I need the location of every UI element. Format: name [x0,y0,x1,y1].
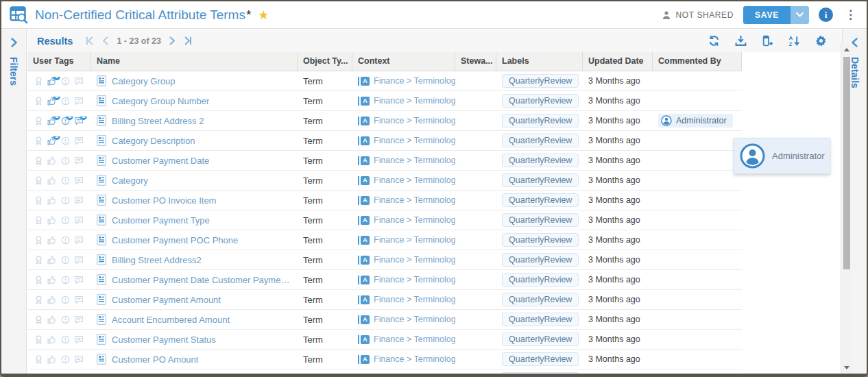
certification-ribbon-icon[interactable] [34,77,43,86]
issue-alert-icon[interactable] [61,176,70,185]
comment-icon[interactable] [74,77,84,86]
table-row[interactable]: Customer Payment Amount Term A Finance >… [27,290,742,310]
sort-icon[interactable]: AZ [788,35,800,47]
issue-alert-icon[interactable] [61,256,70,265]
label-chip[interactable]: QuarterlyReview [502,313,579,326]
issue-alert-icon[interactable] [61,156,70,165]
column-header-steward[interactable]: Stewa... [455,52,496,71]
comment-icon[interactable] [74,276,84,284]
context-link[interactable]: Finance > Terminology [374,136,455,145]
table-row[interactable]: Customer Payment POC Phone Term A Financ… [27,230,742,250]
column-header-name[interactable]: Name [91,52,298,71]
term-link[interactable]: Category Description [112,136,195,146]
label-chip[interactable]: QuarterlyReview [502,332,579,346]
table-row[interactable]: Customer Payment Status Term A Finance >… [27,330,742,350]
term-link[interactable]: Category [112,175,148,186]
term-link[interactable]: Category Group Number [112,96,209,106]
thumbs-up-icon[interactable]: 1 [47,77,57,86]
expand-details-chevron-icon[interactable] [852,38,858,50]
vertical-scrollbar[interactable] [841,43,852,374]
context-link[interactable]: Finance > Terminology [374,175,455,185]
context-link[interactable]: Finance > Terminology [374,156,455,165]
term-link[interactable]: Customer Payment Status [112,335,216,345]
label-chip[interactable]: QuarterlyReview [502,114,579,127]
comment-icon[interactable] [74,236,84,245]
thumbs-up-icon[interactable]: 1 [47,117,57,125]
table-row[interactable]: 1 Category Group Number Term A Finance >… [27,91,742,111]
context-link[interactable]: Finance > Terminology [374,275,455,284]
issue-alert-icon[interactable] [61,335,70,344]
issue-alert-icon[interactable]: 1 [61,117,70,125]
table-row[interactable]: Customer PO Amount Term A Finance > Term… [27,350,742,369]
term-link[interactable]: Customer Payment POC Phone [112,235,238,245]
thumbs-up-icon[interactable] [47,276,57,284]
table-row[interactable]: 1 Category Group Term A Finance > Termin… [27,71,742,91]
table-row[interactable]: Category Term A Finance > Terminology Qu… [27,171,742,191]
add-column-icon[interactable] [762,35,773,47]
issue-alert-icon[interactable] [61,295,70,304]
settings-gear-icon[interactable] [815,35,827,47]
certification-ribbon-icon[interactable] [34,97,43,106]
certification-ribbon-icon[interactable] [34,156,43,165]
table-row[interactable]: 1 Category Description Term A Finance > … [27,131,742,151]
thumbs-up-icon[interactable] [47,156,57,165]
term-link[interactable]: Customer Payment Date [112,156,209,166]
table-row[interactable]: Account Encumbered Amount Term A Finance… [27,310,742,330]
issue-alert-icon[interactable] [61,196,70,205]
context-link[interactable]: Finance > Terminology [374,255,455,265]
thumbs-up-icon[interactable] [47,176,57,185]
table-row[interactable]: Customer Payment Date Customer Payment .… [27,270,742,290]
certification-ribbon-icon[interactable] [34,136,43,145]
comment-icon[interactable] [74,136,84,145]
label-chip[interactable]: QuarterlyReview [502,94,579,108]
column-header-labels[interactable]: Labels [496,52,583,71]
column-header-updated-date[interactable]: Updated Date [583,52,653,71]
term-link[interactable]: Customer Payment Amount [112,295,221,305]
comment-icon[interactable] [74,156,84,165]
comment-icon[interactable]: 1 [74,117,84,125]
last-page-button[interactable] [184,36,193,45]
filters-panel-label[interactable]: Filters [8,57,19,86]
certification-ribbon-icon[interactable] [34,315,43,324]
label-chip[interactable]: QuarterlyReview [502,273,579,287]
term-link[interactable]: Customer PO Invoice Item [112,195,216,206]
issue-alert-icon[interactable] [61,77,70,86]
comment-icon[interactable] [74,256,84,265]
prev-page-button[interactable] [102,36,108,45]
table-row[interactable]: Customer Payment Type Term A Finance > T… [27,210,742,230]
thumbs-up-icon[interactable] [47,216,57,225]
expand-filters-chevron-icon[interactable] [11,38,17,50]
next-page-button[interactable] [169,36,176,45]
context-link[interactable]: Finance > Terminology [374,354,455,364]
label-chip[interactable]: QuarterlyReview [502,233,579,247]
label-chip[interactable]: QuarterlyReview [502,213,579,227]
label-chip[interactable]: QuarterlyReview [502,134,579,147]
thumbs-up-icon[interactable] [47,355,57,364]
comment-icon[interactable] [74,176,84,185]
table-row[interactable]: Customer PO Invoice Item Billing Str... … [27,369,742,374]
comment-icon[interactable] [74,355,84,364]
table-row[interactable]: 1 1 1 Billing Street Address 2 Term A Fi… [27,111,742,131]
issue-alert-icon[interactable] [61,355,70,364]
context-link[interactable]: Finance > Terminology [374,215,455,225]
term-link[interactable]: Customer PO Amount [112,354,198,365]
table-row[interactable]: Customer Payment Date Term A Finance > T… [27,151,742,171]
thumbs-up-icon[interactable] [47,335,57,344]
certification-ribbon-icon[interactable] [34,196,43,205]
label-chip[interactable]: QuarterlyReview [502,293,579,306]
column-header-user-tags[interactable]: User Tags [27,52,91,71]
certification-ribbon-icon[interactable] [34,295,43,304]
term-link[interactable]: Account Encumbered Amount [112,315,230,325]
issue-alert-icon[interactable] [61,216,70,225]
context-link[interactable]: Finance > Terminology [374,96,455,106]
certification-ribbon-icon[interactable] [34,176,43,185]
column-header-commented-by[interactable]: Commented By [653,52,742,71]
refresh-icon[interactable] [708,35,720,47]
kebab-menu-icon[interactable]: ⋮ [843,8,858,22]
thumbs-up-icon[interactable] [47,236,57,245]
thumbs-up-icon[interactable] [47,256,57,265]
comment-icon[interactable] [74,315,84,324]
table-row[interactable]: Billing Street Address2 Term A Finance >… [27,250,742,270]
comment-icon[interactable] [74,335,84,344]
term-link[interactable]: Customer Payment Date Customer Payment .… [112,275,292,285]
